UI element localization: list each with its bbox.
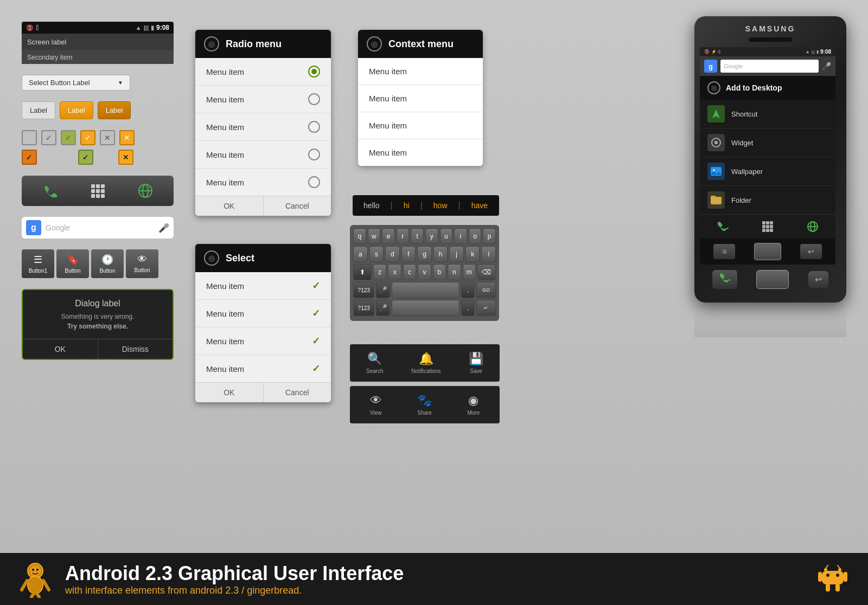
action-button-3[interactable]: 🕐 Button [91, 249, 124, 278]
word-how[interactable]: how [433, 201, 448, 210]
phone-menu-item-wallpaper[interactable]: Wallpaper [700, 157, 835, 186]
phone-menu-button[interactable]: ≡ [713, 244, 735, 259]
key-backspace[interactable]: ⌫ [477, 264, 496, 280]
action-button-1[interactable]: ☰ Button1 [22, 249, 54, 278]
phone-grid-action[interactable] [760, 218, 776, 235]
key-s[interactable]: s [369, 246, 384, 262]
key-j[interactable]: j [449, 246, 464, 262]
context-menu-item-1[interactable]: Menu item [358, 85, 483, 112]
key-f[interactable]: f [401, 246, 416, 262]
checkbox-3[interactable]: ✓ [61, 130, 76, 145]
checkbox-2[interactable]: ✓ [41, 130, 56, 145]
key-q[interactable]: q [353, 228, 366, 244]
key-b[interactable]: b [433, 264, 446, 280]
radio-button-4[interactable] [308, 176, 320, 188]
key-shift[interactable]: ⬆ [353, 264, 372, 280]
key-z[interactable]: z [373, 264, 386, 280]
phone-menu-item-widget[interactable]: Widget [700, 128, 835, 157]
key-period[interactable]: . [461, 282, 475, 298]
select-cancel-button[interactable]: Cancel [264, 383, 331, 402]
select-ok-button[interactable]: OK [195, 383, 264, 402]
key-n[interactable]: n [448, 264, 461, 280]
action-button-2[interactable]: 🔖 Button [56, 249, 89, 278]
key-e[interactable]: e [382, 228, 395, 244]
radio-menu-item-4[interactable]: Menu item [195, 169, 331, 196]
phone-bottom-call[interactable] [712, 270, 737, 289]
radio-ok-button[interactable]: OK [195, 196, 264, 216]
select-menu-item-3[interactable]: Menu item ✓ [195, 355, 331, 382]
key-y[interactable]: y [425, 228, 438, 244]
search-bar[interactable]: g Google 🎤 [22, 217, 174, 239]
word-have[interactable]: have [471, 201, 488, 210]
button-label-3[interactable]: Label [98, 101, 131, 119]
dialog-dismiss-button[interactable]: Dismiss [98, 339, 173, 359]
call-button[interactable] [36, 180, 63, 202]
key-c[interactable]: c [403, 264, 416, 280]
dialog-ok-button[interactable]: OK [23, 339, 98, 359]
key-h[interactable]: h [433, 246, 448, 262]
phone-bottom-back[interactable]: ↩ [808, 271, 828, 288]
phone-bottom-home[interactable] [756, 270, 789, 289]
context-menu-item-2[interactable]: Menu item [358, 112, 483, 139]
radio-button-1[interactable] [308, 93, 320, 105]
globe-button[interactable] [132, 180, 159, 202]
key-mic[interactable]: 🎤 [376, 282, 390, 298]
key-i[interactable]: i [454, 228, 467, 244]
key-enter[interactable]: GO [476, 282, 496, 298]
save-action-btn[interactable]: 💾 Save [463, 349, 489, 377]
phone-back-button[interactable]: ↩ [800, 244, 822, 259]
checkbox-9[interactable]: ✕ [118, 150, 133, 165]
key-u[interactable]: u [440, 228, 453, 244]
key-w[interactable]: w [368, 228, 381, 244]
key-t[interactable]: t [411, 228, 424, 244]
radio-menu-item-0[interactable]: Menu item [195, 58, 331, 86]
key-a[interactable]: a [353, 246, 368, 262]
phone-home-button[interactable] [754, 243, 781, 260]
checkbox-6[interactable]: ✕ [119, 130, 135, 145]
key-k[interactable]: k [465, 246, 480, 262]
checkbox-5[interactable]: ✕ [100, 130, 115, 145]
key-space[interactable] [392, 282, 459, 298]
radio-button-2[interactable] [308, 121, 320, 133]
select-menu-item-0[interactable]: Menu item ✓ [195, 272, 331, 300]
view-action-btn[interactable]: 👁 View [365, 390, 387, 419]
action-button-4[interactable]: 👁 Button [126, 249, 158, 278]
key-period-2[interactable]: . [461, 300, 475, 316]
radio-menu-item-3[interactable]: Menu item [195, 141, 331, 169]
checkbox-8[interactable]: ✓ [78, 150, 93, 165]
phone-menu-item-shortcut[interactable]: Shortcut [700, 100, 835, 128]
key-enter-2[interactable]: ↵ [476, 300, 496, 316]
word-hi[interactable]: hi [404, 201, 410, 210]
radio-cancel-button[interactable]: Cancel [264, 196, 331, 216]
key-r[interactable]: r [397, 228, 410, 244]
select-menu-item-2[interactable]: Menu item ✓ [195, 327, 331, 355]
radio-menu-item-2[interactable]: Menu item [195, 113, 331, 141]
select-menu-item-1[interactable]: Menu item ✓ [195, 300, 331, 327]
key-p[interactable]: p [483, 228, 496, 244]
radio-button-3[interactable] [308, 149, 320, 160]
search-input[interactable]: Google [46, 223, 154, 232]
context-menu-item-0[interactable]: Menu item [358, 58, 483, 85]
phone-call-action[interactable] [714, 218, 731, 235]
key-l[interactable]: l [481, 246, 496, 262]
checkbox-1[interactable] [22, 130, 37, 145]
phone-menu-item-folder[interactable]: Folder [700, 186, 835, 214]
context-menu-item-3[interactable]: Menu item [358, 139, 483, 166]
key-mic-2[interactable]: 🎤 [376, 300, 390, 316]
phone-globe-action[interactable] [804, 218, 821, 235]
key-num-switch-2[interactable]: ?123 [353, 300, 374, 316]
share-action-btn[interactable]: 🐾 Share [412, 390, 437, 419]
search-action-btn[interactable]: 🔍 Search [361, 349, 389, 377]
key-space-2[interactable] [392, 300, 459, 316]
key-v[interactable]: v [418, 264, 431, 280]
phone-search-row[interactable]: g Google 🎤 [700, 56, 835, 76]
key-d[interactable]: d [385, 246, 400, 262]
button-label-1[interactable]: Label [22, 101, 55, 119]
radio-menu-item-1[interactable]: Menu item [195, 86, 331, 113]
phone-mic-icon[interactable]: 🎤 [822, 62, 831, 70]
button-label-2[interactable]: Label [60, 101, 93, 119]
key-m[interactable]: m [463, 264, 476, 280]
key-g[interactable]: g [417, 246, 432, 262]
more-action-btn[interactable]: ◉ More [462, 390, 485, 419]
key-x[interactable]: x [388, 264, 401, 280]
